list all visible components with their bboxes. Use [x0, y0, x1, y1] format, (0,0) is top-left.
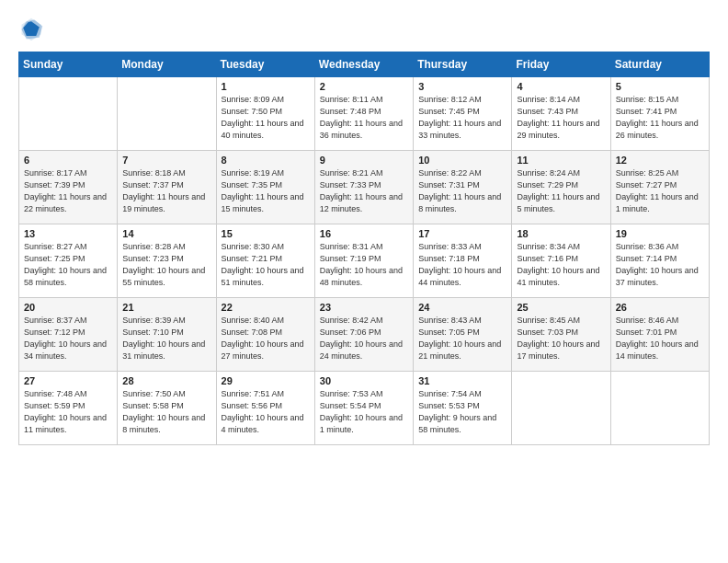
day-number: 18 — [517, 228, 605, 239]
calendar-header: SundayMondayTuesdayWednesdayThursdayFrid… — [19, 52, 710, 77]
day-info: Sunrise: 8:25 AMSunset: 7:27 PMDaylight:… — [616, 167, 704, 215]
day-info: Sunrise: 8:46 AMSunset: 7:01 PMDaylight:… — [616, 315, 704, 362]
calendar-cell: 11Sunrise: 8:24 AMSunset: 7:29 PMDayligh… — [512, 151, 610, 224]
day-number: 26 — [616, 302, 704, 313]
day-info: Sunrise: 8:24 AMSunset: 7:29 PMDaylight:… — [517, 167, 605, 215]
day-number: 19 — [616, 228, 704, 239]
day-number: 22 — [222, 302, 310, 313]
calendar-cell: 3Sunrise: 8:12 AMSunset: 7:45 PMDaylight… — [414, 77, 512, 151]
day-info: Sunrise: 8:12 AMSunset: 7:45 PMDaylight:… — [418, 94, 506, 142]
day-number: 27 — [24, 375, 112, 386]
day-info: Sunrise: 8:37 AMSunset: 7:12 PMDaylight:… — [24, 315, 112, 362]
day-number: 25 — [517, 302, 605, 313]
day-number: 12 — [616, 155, 704, 166]
day-info: Sunrise: 8:21 AMSunset: 7:33 PMDaylight:… — [320, 167, 408, 215]
calendar-cell: 16Sunrise: 8:31 AMSunset: 7:19 PMDayligh… — [314, 224, 413, 298]
day-info: Sunrise: 8:30 AMSunset: 7:21 PMDaylight:… — [222, 241, 310, 289]
day-number: 24 — [418, 302, 506, 313]
day-number: 13 — [24, 228, 112, 239]
day-number: 2 — [320, 81, 408, 92]
header-cell-monday: Monday — [118, 52, 216, 77]
day-info: Sunrise: 8:31 AMSunset: 7:19 PMDaylight:… — [320, 241, 408, 289]
week-row-2: 13Sunrise: 8:27 AMSunset: 7:25 PMDayligh… — [19, 224, 710, 298]
week-row-4: 27Sunrise: 7:48 AMSunset: 5:59 PMDayligh… — [19, 372, 710, 445]
week-row-0: 1Sunrise: 8:09 AMSunset: 7:50 PMDaylight… — [19, 77, 710, 151]
day-info: Sunrise: 7:48 AMSunset: 5:59 PMDaylight:… — [24, 388, 112, 436]
day-number: 31 — [418, 375, 506, 386]
day-number: 6 — [24, 155, 112, 166]
day-info: Sunrise: 7:54 AMSunset: 5:53 PMDaylight:… — [418, 388, 506, 436]
day-info: Sunrise: 8:22 AMSunset: 7:31 PMDaylight:… — [418, 167, 506, 215]
calendar-cell: 19Sunrise: 8:36 AMSunset: 7:14 PMDayligh… — [610, 224, 709, 298]
day-info: Sunrise: 8:11 AMSunset: 7:48 PMDaylight:… — [320, 94, 408, 142]
header-cell-friday: Friday — [512, 52, 610, 77]
calendar-cell: 31Sunrise: 7:54 AMSunset: 5:53 PMDayligh… — [414, 372, 512, 445]
header-cell-tuesday: Tuesday — [216, 52, 314, 77]
calendar-cell: 14Sunrise: 8:28 AMSunset: 7:23 PMDayligh… — [118, 224, 216, 298]
day-number: 15 — [222, 228, 310, 239]
day-number: 5 — [616, 81, 704, 92]
day-info: Sunrise: 8:36 AMSunset: 7:14 PMDaylight:… — [616, 241, 704, 289]
day-info: Sunrise: 8:17 AMSunset: 7:39 PMDaylight:… — [24, 167, 112, 215]
day-info: Sunrise: 8:42 AMSunset: 7:06 PMDaylight:… — [320, 315, 408, 362]
day-info: Sunrise: 7:50 AMSunset: 5:58 PMDaylight:… — [122, 388, 210, 436]
header-cell-saturday: Saturday — [610, 52, 709, 77]
calendar-cell: 25Sunrise: 8:45 AMSunset: 7:03 PMDayligh… — [512, 298, 610, 372]
header-cell-sunday: Sunday — [19, 52, 118, 77]
day-number: 28 — [122, 375, 210, 386]
day-info: Sunrise: 8:45 AMSunset: 7:03 PMDaylight:… — [517, 315, 605, 362]
day-number: 11 — [517, 155, 605, 166]
week-row-3: 20Sunrise: 8:37 AMSunset: 7:12 PMDayligh… — [19, 298, 710, 372]
day-info: Sunrise: 8:15 AMSunset: 7:41 PMDaylight:… — [616, 94, 704, 142]
calendar-cell: 8Sunrise: 8:19 AMSunset: 7:35 PMDaylight… — [216, 151, 314, 224]
day-info: Sunrise: 8:19 AMSunset: 7:35 PMDaylight:… — [222, 167, 310, 215]
day-info: Sunrise: 8:28 AMSunset: 7:23 PMDaylight:… — [122, 241, 210, 289]
day-info: Sunrise: 8:09 AMSunset: 7:50 PMDaylight:… — [222, 94, 310, 142]
day-number: 23 — [320, 302, 408, 313]
header-row: SundayMondayTuesdayWednesdayThursdayFrid… — [19, 52, 710, 77]
day-info: Sunrise: 7:53 AMSunset: 5:54 PMDaylight:… — [320, 388, 408, 436]
calendar-cell: 26Sunrise: 8:46 AMSunset: 7:01 PMDayligh… — [610, 298, 709, 372]
day-number: 21 — [122, 302, 210, 313]
calendar-cell: 23Sunrise: 8:42 AMSunset: 7:06 PMDayligh… — [314, 298, 413, 372]
calendar-cell — [19, 77, 118, 151]
calendar-cell: 29Sunrise: 7:51 AMSunset: 5:56 PMDayligh… — [216, 372, 314, 445]
calendar-cell: 27Sunrise: 7:48 AMSunset: 5:59 PMDayligh… — [19, 372, 118, 445]
header-cell-wednesday: Wednesday — [314, 52, 413, 77]
calendar-cell: 24Sunrise: 8:43 AMSunset: 7:05 PMDayligh… — [414, 298, 512, 372]
day-info: Sunrise: 8:39 AMSunset: 7:10 PMDaylight:… — [122, 315, 210, 362]
calendar-table: SundayMondayTuesdayWednesdayThursdayFrid… — [18, 52, 710, 445]
page: SundayMondayTuesdayWednesdayThursdayFrid… — [0, 0, 728, 563]
calendar-cell: 12Sunrise: 8:25 AMSunset: 7:27 PMDayligh… — [610, 151, 709, 224]
calendar-cell: 22Sunrise: 8:40 AMSunset: 7:08 PMDayligh… — [216, 298, 314, 372]
calendar-cell: 5Sunrise: 8:15 AMSunset: 7:41 PMDaylight… — [610, 77, 709, 151]
calendar-body: 1Sunrise: 8:09 AMSunset: 7:50 PMDaylight… — [19, 77, 710, 445]
day-number: 29 — [222, 375, 310, 386]
calendar-cell: 18Sunrise: 8:34 AMSunset: 7:16 PMDayligh… — [512, 224, 610, 298]
calendar-cell: 28Sunrise: 7:50 AMSunset: 5:58 PMDayligh… — [118, 372, 216, 445]
day-number: 14 — [122, 228, 210, 239]
calendar-cell — [512, 372, 610, 445]
calendar-cell — [118, 77, 216, 151]
day-number: 1 — [222, 81, 310, 92]
week-row-1: 6Sunrise: 8:17 AMSunset: 7:39 PMDaylight… — [19, 151, 710, 224]
header — [18, 17, 710, 42]
day-number: 16 — [320, 228, 408, 239]
calendar-cell: 1Sunrise: 8:09 AMSunset: 7:50 PMDaylight… — [216, 77, 314, 151]
day-number: 17 — [418, 228, 506, 239]
calendar-cell: 9Sunrise: 8:21 AMSunset: 7:33 PMDaylight… — [314, 151, 413, 224]
logo-icon — [18, 17, 44, 42]
calendar-cell: 15Sunrise: 8:30 AMSunset: 7:21 PMDayligh… — [216, 224, 314, 298]
day-number: 8 — [222, 155, 310, 166]
calendar-cell: 30Sunrise: 7:53 AMSunset: 5:54 PMDayligh… — [314, 372, 413, 445]
day-number: 3 — [418, 81, 506, 92]
calendar-cell: 13Sunrise: 8:27 AMSunset: 7:25 PMDayligh… — [19, 224, 118, 298]
day-number: 4 — [517, 81, 605, 92]
day-number: 9 — [320, 155, 408, 166]
calendar-cell: 10Sunrise: 8:22 AMSunset: 7:31 PMDayligh… — [414, 151, 512, 224]
calendar-cell: 17Sunrise: 8:33 AMSunset: 7:18 PMDayligh… — [414, 224, 512, 298]
day-info: Sunrise: 8:43 AMSunset: 7:05 PMDaylight:… — [418, 315, 506, 362]
day-info: Sunrise: 8:40 AMSunset: 7:08 PMDaylight:… — [222, 315, 310, 362]
day-info: Sunrise: 7:51 AMSunset: 5:56 PMDaylight:… — [222, 388, 310, 436]
logo — [18, 17, 48, 42]
